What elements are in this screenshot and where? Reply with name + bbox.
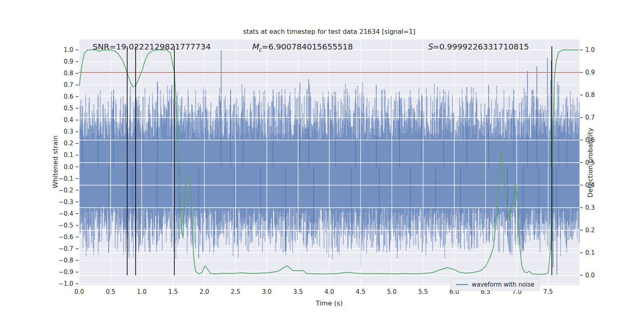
x-tick-label: 2.0 xyxy=(200,288,209,295)
y-left-tick-label: 0.9 xyxy=(64,58,73,65)
x-tick-label: 4.5 xyxy=(356,288,365,295)
y-left-tick-label: −0.4 xyxy=(59,210,73,217)
x-tick-label: 4.0 xyxy=(324,288,334,295)
y-left-tick-label: 1.0 xyxy=(64,46,73,54)
y-left-tick-label: 0.8 xyxy=(64,70,73,77)
x-tick-label: 0.5 xyxy=(106,288,116,295)
legend-label: waveform with noise xyxy=(472,281,535,288)
snr-text: SNR=19.0222129821777734 xyxy=(93,42,211,52)
legend: waveform with noise xyxy=(451,279,540,291)
y-left-tick-label: −0.9 xyxy=(59,268,73,276)
chart-title: stats at each timestep for test data 216… xyxy=(79,28,580,35)
y-right-tick-label: 0.9 xyxy=(585,69,595,76)
y-left-tick-label: −0.8 xyxy=(59,257,73,264)
y-left-tick-label: 0.5 xyxy=(64,105,73,112)
x-tick-label: 7.5 xyxy=(543,288,553,295)
annotation-snr: SNR=19.0222129821777734 xyxy=(93,42,211,52)
figure: 1.00.90.80.70.60.50.40.30.20.10.0−0.1−0.… xyxy=(0,0,644,322)
y-left-tick-label: 0.3 xyxy=(64,128,73,135)
y-left-tick-label: −0.6 xyxy=(59,233,73,241)
x-tick-label: 5.5 xyxy=(418,288,428,295)
y-left-tick-label: 0.1 xyxy=(64,151,73,159)
x-tick-label: 5.0 xyxy=(387,288,397,295)
y-right-tick-label: 0.0 xyxy=(585,272,595,279)
y-right-tick-label: 0.3 xyxy=(585,204,595,211)
left-axis-title: Whitened strain xyxy=(52,135,59,188)
chirp-mass-value: =6.900784015655518 xyxy=(262,42,353,52)
x-tick-label: 3.5 xyxy=(293,288,303,295)
y-left-tick-label: 0.6 xyxy=(64,93,73,100)
x-tick-label: 0.0 xyxy=(74,288,84,295)
right-axis-title: Detection probability xyxy=(586,128,594,197)
y-right-tick-label: 1.0 xyxy=(585,46,595,54)
y-right-tick-label: 0.1 xyxy=(585,249,595,256)
y-right-tick-label: 0.7 xyxy=(585,114,595,121)
x-tick-label: 1.0 xyxy=(137,288,147,295)
chirp-mass-subscript: c xyxy=(258,46,262,53)
y-left-tick-label: −0.7 xyxy=(59,245,73,252)
y-left-tick-label: −1.0 xyxy=(59,280,73,287)
x-tick-label: 3.0 xyxy=(262,288,272,295)
y-right-tick-label: 0.8 xyxy=(585,91,595,99)
y-left-tick-label: −0.5 xyxy=(59,222,73,229)
y-left-tick-label: −0.3 xyxy=(59,198,73,206)
y-left-tick-label: 0.2 xyxy=(64,140,73,147)
x-axis-title: Time (s) xyxy=(79,299,580,307)
y-right-tick-label: 0.2 xyxy=(585,227,595,234)
annotation-significance: S=0.9999226331710815 xyxy=(427,42,529,52)
x-tick-label: 1.5 xyxy=(168,288,178,295)
significance-value: =0.9999226331710815 xyxy=(433,42,529,52)
y-left-tick-label: −0.1 xyxy=(59,175,73,182)
legend-line-swatch xyxy=(456,284,468,285)
y-left-tick-label: 0.0 xyxy=(64,163,73,171)
y-left-tick-label: 0.7 xyxy=(64,81,73,89)
significance-symbol: S xyxy=(427,42,433,52)
chirp-mass-symbol: M xyxy=(252,42,258,52)
x-tick-label: 2.5 xyxy=(231,288,240,295)
annotation-chirp-mass: Mc=6.900784015655518 xyxy=(252,42,353,53)
y-left-tick-label: −0.2 xyxy=(59,187,73,194)
y-left-tick-label: 0.4 xyxy=(64,116,73,124)
